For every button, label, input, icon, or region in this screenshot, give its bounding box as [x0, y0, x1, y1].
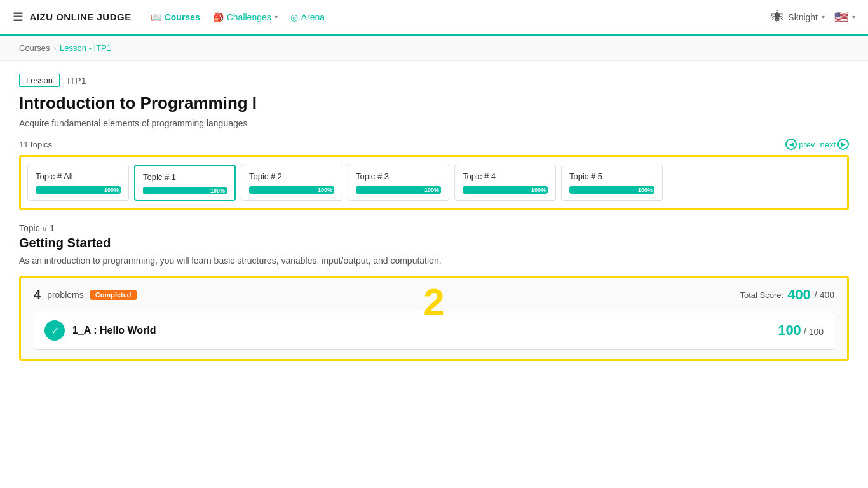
topic-card-title-5: Topic # 5 — [569, 172, 654, 181]
prev-label: prev — [799, 140, 815, 149]
progress-bar-label-2: 100% — [318, 187, 332, 193]
progress-bar-bg-2: 100% — [249, 186, 334, 194]
next-arrow-icon: ▶ — [837, 139, 849, 150]
progress-bar-bg-1: 100% — [143, 187, 227, 194]
problem-row-1_A[interactable]: ✓1_A : Hello World100/ 100 — [34, 311, 834, 350]
topic-card-1[interactable]: Topic # 1100% — [134, 165, 236, 201]
problem-name-1_A: 1_A : Hello World — [72, 325, 156, 336]
brand: ☰ AIZU ONLINE JUDGE — [13, 10, 132, 24]
topics-count: 11 topics — [19, 140, 52, 149]
prev-arrow-icon: ◀ — [785, 139, 797, 150]
topics-meta: 11 topics ◀ prev next ▶ — [19, 139, 849, 150]
topic-cards-wrapper: Topic # All100%Topic # 1100%Topic # 2100… — [19, 155, 849, 210]
progress-bar-fill-4: 100% — [463, 186, 548, 194]
book-icon: 📖 — [151, 12, 161, 22]
progress-bar-label-all: 100% — [104, 187, 119, 193]
progress-bar-fill-3: 100% — [356, 186, 441, 194]
page-title: Introduction to Programming I — [19, 93, 849, 113]
nav-arrows: ◀ prev next ▶ — [785, 139, 849, 150]
topic-card-all[interactable]: Topic # All100% — [27, 165, 129, 201]
progress-bar-bg-4: 100% — [463, 186, 548, 194]
problem-rows: ✓1_A : Hello World100/ 100 — [34, 311, 834, 350]
topic-card-title-4: Topic # 4 — [463, 172, 548, 181]
main-content: Lesson ITP1 Introduction to Programming … — [0, 61, 868, 374]
progress-bar-fill-1: 100% — [143, 187, 227, 194]
hamburger-icon[interactable]: ☰ — [13, 10, 24, 24]
problem-score-1_A: 100/ 100 — [778, 322, 824, 339]
user-chevron-icon: ▾ — [822, 13, 825, 20]
progress-bar-label-4: 100% — [531, 187, 546, 193]
check-icon-1_A: ✓ — [44, 320, 65, 341]
lesson-badge: Lesson — [19, 74, 60, 87]
navbar: ☰ AIZU ONLINE JUDGE 📖 Courses 🎒 Challeng… — [0, 0, 868, 36]
breadcrumb-courses[interactable]: Courses — [19, 43, 50, 53]
nav-links: 📖 Courses 🎒 Challenges ▾ ◎ Arena — [151, 12, 772, 22]
breadcrumb-current: Lesson - ITP1 — [60, 43, 111, 53]
topic-card-title-all: Topic # All — [36, 172, 121, 181]
problems-header: 4 problems Completed 2 Total Score: 400 … — [34, 287, 834, 303]
progress-bar-label-5: 100% — [638, 187, 653, 193]
nav-arena[interactable]: ◎ Arena — [290, 12, 325, 22]
topic-section-description: As an introduction to programming, you w… — [19, 255, 849, 266]
total-score-area: Total Score: 400 / 400 — [740, 287, 834, 303]
chevron-down-icon: ▾ — [275, 13, 278, 20]
topic-section-label: Topic # 1 — [19, 223, 849, 233]
score-value-1_A: 100 — [778, 322, 801, 339]
prev-button[interactable]: ◀ prev — [785, 139, 815, 150]
problem-left-1_A: ✓1_A : Hello World — [44, 320, 156, 341]
topic-card-2[interactable]: Topic # 2100% — [241, 165, 342, 201]
total-score-label: Total Score: — [740, 290, 783, 300]
lesson-code: ITP1 — [67, 76, 86, 86]
briefcase-icon: 🎒 — [213, 12, 224, 22]
brand-name: AIZU ONLINE JUDGE — [30, 11, 132, 22]
flag-icon: 🇺🇸 — [834, 10, 848, 24]
flag-chevron-icon: ▾ — [852, 13, 855, 20]
score-value: 400 — [787, 287, 811, 303]
problems-left: 4 problems Completed — [34, 288, 137, 302]
problems-label: problems — [47, 290, 84, 300]
progress-bar-fill-2: 100% — [249, 186, 334, 194]
problems-box: 4 problems Completed 2 Total Score: 400 … — [19, 276, 849, 361]
score-max: / 400 — [815, 290, 834, 300]
language-selector[interactable]: 🇺🇸 ▾ — [834, 10, 855, 24]
progress-bar-bg-all: 100% — [36, 186, 121, 194]
topic-card-title-2: Topic # 2 — [249, 172, 334, 181]
problems-count: 4 — [34, 288, 41, 302]
nav-courses[interactable]: 📖 Courses — [151, 12, 200, 22]
nav-right: 🕷 Sknight ▾ 🇺🇸 ▾ — [771, 10, 855, 24]
progress-bar-bg-3: 100% — [356, 186, 441, 194]
topic-section-title: Getting Started — [19, 236, 849, 250]
page-description: Acquire fundamental elements of programm… — [19, 118, 849, 128]
nav-challenges[interactable]: 🎒 Challenges ▾ — [213, 12, 278, 22]
next-label: next — [820, 140, 836, 149]
topic-cards: Topic # All100%Topic # 1100%Topic # 2100… — [27, 165, 841, 201]
progress-bar-bg-5: 100% — [569, 186, 654, 194]
user-avatar-icon: 🕷 — [771, 10, 784, 24]
breadcrumb-separator: › — [53, 44, 56, 52]
topic-card-4[interactable]: Topic # 4100% — [454, 165, 556, 201]
progress-bar-label-3: 100% — [424, 187, 439, 193]
lesson-header: Lesson ITP1 — [19, 74, 849, 87]
completed-badge: Completed — [90, 290, 137, 300]
user-menu[interactable]: 🕷 Sknight ▾ — [771, 10, 825, 24]
topic-card-5[interactable]: Topic # 5100% — [561, 165, 663, 201]
topic-card-title-3: Topic # 3 — [356, 172, 441, 181]
progress-bar-fill-all: 100% — [36, 186, 121, 194]
progress-bar-fill-5: 100% — [569, 186, 654, 194]
score-max-1_A: / 100 — [804, 327, 824, 337]
topic-card-3[interactable]: Topic # 3100% — [348, 165, 449, 201]
next-button[interactable]: next ▶ — [820, 139, 849, 150]
progress-bar-label-1: 100% — [210, 187, 225, 194]
topic-card-title-1: Topic # 1 — [143, 172, 227, 182]
breadcrumb: Courses › Lesson - ITP1 — [0, 36, 868, 61]
topic-section: Topic # 1 Getting Started As an introduc… — [19, 223, 849, 266]
arena-icon: ◎ — [290, 12, 298, 22]
user-name: Sknight — [788, 12, 818, 22]
